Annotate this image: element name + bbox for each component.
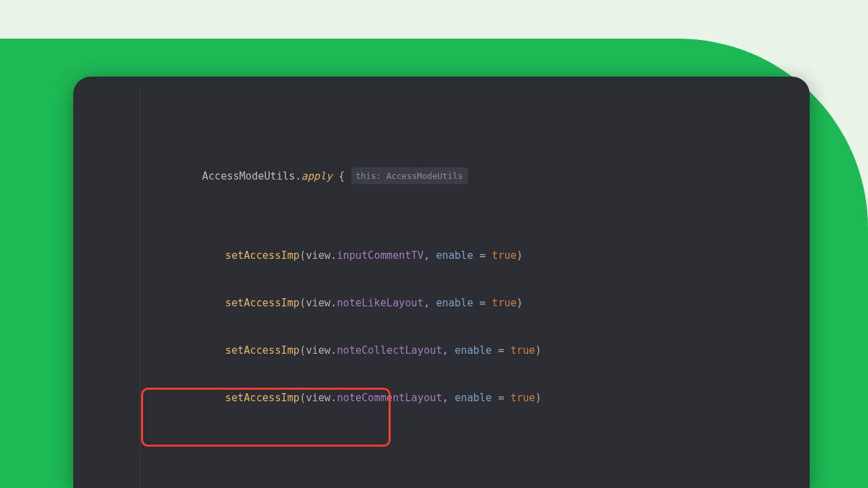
code-line: setAccessImp(view.noteLikeLayout, enable…	[127, 296, 789, 311]
code-line: setAccessImp(view.noteCommentLayout, ena…	[127, 390, 789, 406]
code-line: setAccessImp(view.inputCommentTV, enable…	[127, 248, 789, 264]
gutter-line	[140, 89, 140, 488]
code-editor[interactable]: AccessModeUtils.apply { this: AccessMode…	[73, 77, 810, 488]
ide-window: AccessModeUtils.apply { this: AccessMode…	[73, 77, 810, 488]
code-line: AccessModeUtils.apply { this: AccessMode…	[127, 167, 789, 184]
code-blank	[127, 453, 789, 469]
inlay-hint: this: AccessModeUtils	[351, 167, 468, 184]
code-line: setAccessImp(view.noteCollectLayout, ena…	[127, 343, 789, 359]
